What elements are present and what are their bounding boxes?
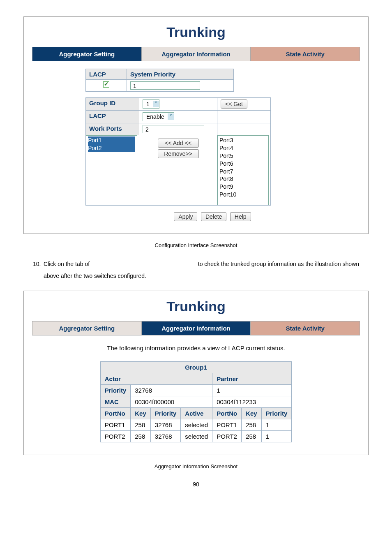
work-ports-label: Work Ports (86, 123, 139, 135)
partner-header: Partner (212, 373, 292, 384)
available-ports-listbox[interactable]: Port3 Port4 Port5 Port6 Port7 Port8 Port… (217, 135, 269, 205)
cell: 1 (261, 419, 292, 430)
tab-aggregator-information[interactable]: Aggregator Information (142, 47, 251, 61)
delete-button[interactable]: Delete (201, 212, 226, 221)
get-button[interactable]: << Get (221, 99, 247, 109)
step-pre: Click on the tab of (44, 258, 90, 270)
cell: 32768 (150, 430, 181, 442)
list-item[interactable]: Port1 (88, 136, 135, 144)
col-actor-key: Key (131, 407, 151, 419)
group-id-select[interactable]: 1 ˅ (143, 99, 159, 109)
actor-priority: 32768 (131, 384, 212, 396)
aggregator-info-table: Group1 Actor Partner Priority 32768 1 MA… (100, 361, 292, 442)
member-ports-listbox[interactable]: Port1 Port2 (86, 135, 137, 205)
cell: 32768 (150, 419, 181, 430)
lacp-mode-select[interactable]: Enable ˅ (143, 112, 174, 121)
help-button[interactable]: Help (230, 212, 251, 221)
trunking-setting-panel: Trunking Aggregator Setting Aggregator I… (23, 16, 369, 234)
table-row: PORT2 258 32768 selected PORT2 258 1 (100, 430, 291, 442)
cell: 258 (242, 419, 262, 430)
list-item[interactable]: Port5 (219, 152, 267, 160)
lacp-sysprio-table: LACP System Priority 1 (85, 69, 234, 92)
priority-label: Priority (100, 384, 131, 396)
tab-state-activity[interactable]: State Activity (251, 321, 360, 335)
tab-aggregator-setting[interactable]: Aggregator Setting (32, 321, 142, 335)
lacp-checkbox[interactable] (103, 81, 109, 88)
col-actor-priority: Priority (150, 407, 181, 419)
list-item[interactable]: Port7 (219, 168, 267, 176)
tab-aggregator-setting[interactable]: Aggregator Setting (32, 47, 142, 61)
info-note: The following information provides a vie… (32, 345, 360, 352)
cell: PORT1 (100, 419, 131, 430)
col-actor-active: Active (181, 407, 212, 419)
figure2-caption: Aggregator Information Screenshot (16, 463, 376, 469)
remove-button[interactable]: Remove>> (158, 149, 199, 158)
lacp-label: LACP (86, 69, 127, 80)
cell: 258 (131, 419, 151, 430)
list-item[interactable]: Port8 (219, 175, 267, 183)
lacp-mode-value: Enable (143, 113, 168, 120)
chevron-down-icon: ˅ (153, 101, 159, 107)
col-partner-priority: Priority (261, 407, 292, 419)
list-item[interactable]: Port9 (219, 183, 267, 191)
panel-title: Trunking (32, 298, 360, 314)
cell: PORT2 (212, 430, 242, 442)
cell: 258 (242, 430, 262, 442)
page-number: 90 (16, 481, 376, 488)
partner-priority: 1 (212, 384, 292, 396)
list-item[interactable]: Port6 (219, 160, 267, 168)
actor-header: Actor (100, 373, 212, 384)
cell: selected (181, 430, 212, 442)
group-id-value: 1 (143, 101, 153, 107)
col-partner-key: Key (242, 407, 262, 419)
cell: selected (181, 419, 212, 430)
col-partner-portno: PortNo (212, 407, 242, 419)
table-row: PORT1 258 32768 selected PORT1 258 1 (100, 419, 291, 430)
group-config-table: Group ID 1 ˅ << Get LACP (85, 97, 271, 206)
step-text: 10. Click on the tab of to check the tru… (33, 258, 359, 282)
step-number: 10. (33, 258, 44, 270)
work-ports-input[interactable]: 2 (143, 125, 204, 133)
cell: 258 (131, 430, 151, 442)
list-item[interactable]: Port2 (88, 144, 135, 152)
figure1-caption: Configuration Interface Screenshot (16, 242, 376, 248)
cell: PORT1 (212, 419, 242, 430)
trunking-info-panel: Trunking Aggregator Setting Aggregator I… (23, 291, 369, 455)
step-post: to check the trunked group information a… (198, 258, 359, 270)
chevron-down-icon: ˅ (168, 113, 174, 120)
step-line2: above after the two switches configured. (33, 270, 359, 282)
tab-row: Aggregator Setting Aggregator Informatio… (32, 47, 360, 61)
list-item[interactable]: Port4 (219, 144, 267, 152)
lacp-row-label: LACP (86, 111, 139, 123)
add-button[interactable]: << Add << (158, 139, 199, 148)
apply-button[interactable]: Apply (174, 212, 197, 221)
list-item[interactable]: Port10 (219, 191, 267, 199)
actor-mac: 00304f000000 (131, 396, 212, 407)
group-header: Group1 (100, 361, 291, 373)
tab-row: Aggregator Setting Aggregator Informatio… (32, 321, 360, 335)
mac-label: MAC (100, 396, 131, 407)
tab-state-activity[interactable]: State Activity (251, 47, 360, 61)
list-item[interactable]: Port3 (219, 136, 267, 144)
cell: PORT2 (100, 430, 131, 442)
sys-prio-label: System Priority (127, 69, 234, 80)
group-id-label: Group ID (86, 98, 139, 111)
sys-prio-input[interactable]: 1 (130, 81, 200, 90)
panel-title: Trunking (32, 24, 360, 40)
col-actor-portno: PortNo (100, 407, 131, 419)
tab-aggregator-information[interactable]: Aggregator Information (142, 321, 251, 335)
partner-mac: 00304f112233 (212, 396, 292, 407)
cell: 1 (261, 430, 292, 442)
